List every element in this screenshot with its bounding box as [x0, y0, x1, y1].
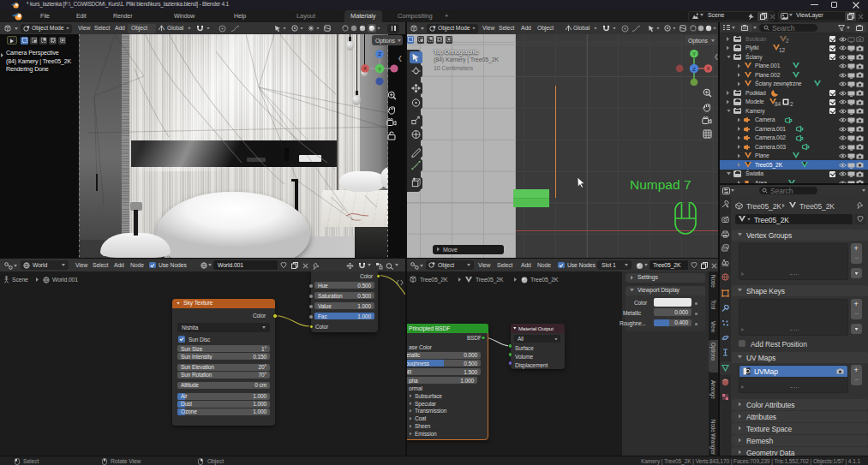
svg-text:Z: Z: [378, 51, 381, 57]
svg-text:X: X: [707, 66, 710, 71]
svg-text:Z: Z: [692, 67, 696, 72]
svg-text:Y: Y: [378, 67, 381, 72]
svg-text:X: X: [363, 66, 367, 71]
svg-text:Y: Y: [692, 51, 696, 57]
